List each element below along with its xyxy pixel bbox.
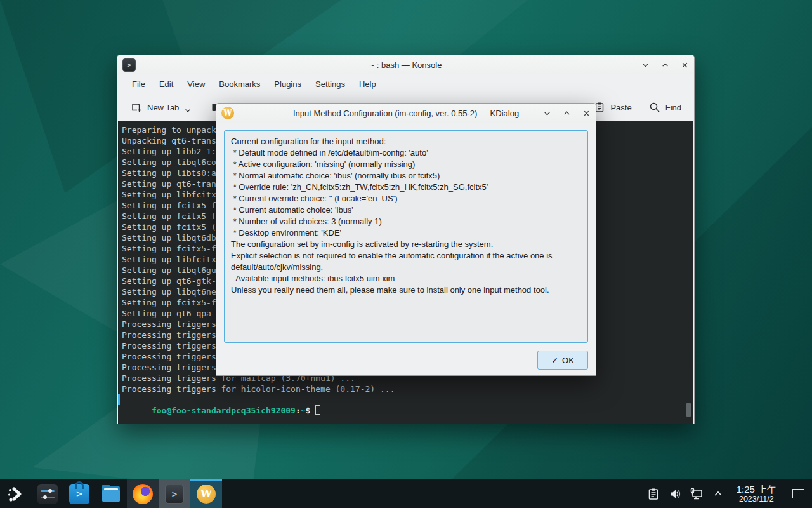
taskbar-task-firefox[interactable] (127, 479, 159, 508)
clipboard-icon (646, 487, 660, 501)
clock-date: 2023/11/2 (737, 495, 776, 504)
dolphin-launcher[interactable] (95, 479, 127, 508)
maximize-icon[interactable] (562, 109, 571, 117)
prompt-colon: : (296, 406, 301, 415)
discover-icon: > (69, 484, 89, 504)
dialog-message: Current configuration for the input meth… (231, 136, 581, 296)
im-config-icon: W (221, 107, 234, 119)
menu-plugins[interactable]: Plugins (267, 76, 308, 92)
system-settings-icon (37, 484, 58, 504)
taskbar-task-im-config[interactable]: W (190, 479, 222, 508)
maximize-icon[interactable] (660, 60, 669, 69)
dialog-titlebar[interactable]: W Input Method Configuration (im-config,… (216, 104, 596, 123)
minimize-icon[interactable] (641, 60, 650, 69)
prompt-marker (118, 394, 120, 405)
menu-view[interactable]: View (180, 76, 212, 92)
menu-bookmarks[interactable]: Bookmarks (212, 76, 267, 92)
kde-launcher-icon (6, 484, 26, 504)
im-config-dialog: W Input Method Configuration (im-config,… (216, 103, 596, 376)
konsole-icon: > (165, 485, 184, 504)
new-tab-icon (130, 101, 143, 114)
digital-clock[interactable]: 1:25 上午 2023/11/2 (731, 484, 782, 504)
search-icon (648, 101, 661, 114)
network-tray-button[interactable] (688, 486, 705, 502)
system-settings-launcher[interactable] (32, 479, 63, 508)
folder-icon (101, 484, 121, 504)
terminal-scrollbar-thumb[interactable] (686, 403, 691, 417)
konsole-titlebar[interactable]: > ~ : bash — Konsole (117, 55, 694, 74)
application-launcher-button[interactable] (0, 479, 32, 508)
close-icon[interactable] (582, 109, 591, 117)
chevron-up-icon (713, 489, 723, 499)
konsole-app-icon: > (122, 58, 136, 72)
dialog-title: Input Method Configuration (im-config, v… (216, 109, 596, 118)
ok-button[interactable]: ✓ OK (537, 351, 588, 370)
show-desktop-icon (792, 489, 804, 498)
find-button[interactable]: Find (645, 97, 685, 117)
prompt-path: ~ (301, 406, 306, 415)
expand-tray-button[interactable] (710, 486, 726, 502)
menu-file[interactable]: File (125, 76, 152, 92)
terminal-prompt-line: foo@foo-standardpcq35ich92009:~$ (122, 394, 693, 405)
prompt-dollar: $ (306, 406, 311, 415)
clock-time: 1:25 上午 (737, 484, 776, 495)
paste-button[interactable]: Paste (589, 97, 635, 117)
menu-edit[interactable]: Edit (152, 76, 180, 92)
clipboard-tray-button[interactable] (645, 486, 662, 502)
chevron-down-icon (185, 109, 191, 113)
terminal-line: Processing triggers for hicolor-icon-the… (122, 384, 693, 394)
network-icon (689, 486, 704, 502)
paste-label: Paste (610, 103, 631, 112)
konsole-menubar: File Edit View Bookmarks Plugins Setting… (117, 74, 694, 93)
show-desktop-button[interactable] (790, 488, 806, 500)
minimize-icon[interactable] (542, 109, 551, 117)
volume-tray-button[interactable] (667, 486, 683, 502)
konsole-window-title: ~ : bash — Konsole (117, 60, 694, 70)
im-config-icon: W (197, 485, 216, 504)
menu-help[interactable]: Help (352, 76, 383, 92)
check-icon: ✓ (551, 356, 558, 365)
dialog-message-box: Current configuration for the input meth… (224, 130, 588, 343)
taskbar-task-konsole[interactable]: > (159, 479, 190, 508)
new-tab-button[interactable]: New Tab (126, 97, 195, 117)
speaker-icon (668, 487, 682, 501)
firefox-icon (133, 484, 153, 504)
terminal-cursor (315, 405, 320, 415)
discover-launcher[interactable]: > (63, 479, 95, 508)
close-icon[interactable] (680, 60, 689, 69)
ok-button-label: OK (562, 356, 574, 365)
prompt-user-host: foo@foo-standardpcq35ich92009 (152, 406, 296, 415)
new-tab-label: New Tab (147, 103, 179, 112)
taskbar-panel: > > W (0, 479, 812, 508)
menu-settings[interactable]: Settings (308, 76, 352, 92)
find-label: Find (665, 103, 681, 112)
